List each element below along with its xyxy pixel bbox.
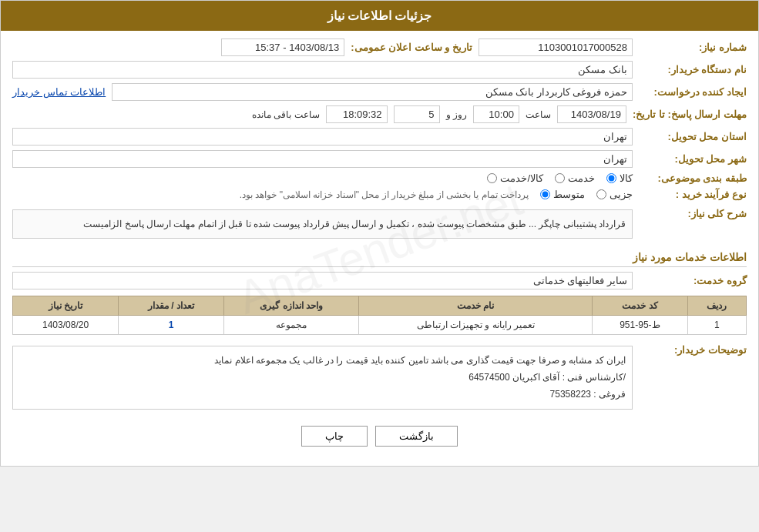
nam-dastgah-row: نام دستگاه خریدار: بانک مسکن [12,61,747,79]
ostan-value: تهران [12,128,633,146]
nam-dastgah-label: نام دستگاه خریدار: [639,64,747,75]
mohlat-row: مهلت ارسال پاسخ: تا تاریخ: 1403/08/19 سا… [12,105,747,123]
ostan-row: استان محل تحویل: تهران [12,128,747,146]
sharh-row: شرح کلی نیاز: قرارداد پشتیبانی چاپگر ...… [12,205,747,243]
back-button[interactable]: بازگشت [375,426,458,447]
cell-tedad: 1 [119,316,224,335]
ijad-konande-label: ایجاد کننده درخواست: [639,86,747,98]
farayand-option-jozi[interactable]: جزیی [596,189,633,200]
mohlat-baqi-label: ساعت باقی مانده [252,109,320,120]
shomara-niaz-value: 1103001017000528 [479,38,633,56]
shomara-niaz-label: شماره نیاز: [639,42,747,53]
cell-tarikh: 1403/08/20 [13,316,119,335]
tabaqe-label: طبقه بندی موضوعی: [639,172,747,184]
tabaqe-radio-group: کالا/خدمت خدمت کالا [487,172,633,184]
table-body: 1 ط-95-951 تعمیر رایانه و تجهیزات ارتباط… [13,316,747,335]
cell-nam-khedmat: تعمیر رایانه و تجهیزات ارتباطی [359,316,593,335]
tamas-link[interactable]: اطلاعات تماس خریدار [12,86,106,98]
tabaqe-row: طبقه بندی موضوعی: کالا/خدمت خدمت کالا [12,172,747,184]
table-row: 1 ط-95-951 تعمیر رایانه و تجهیزات ارتباط… [13,316,747,335]
tarikh-value: 1403/08/13 - 15:37 [221,38,344,56]
mohlat-roz-label: روز و [446,109,467,120]
mohlat-date: 1403/08/19 [557,105,626,123]
ijad-konande-row: ایجاد کننده درخواست: حمزه فروغی کاربردار… [12,83,747,101]
farayand-label: نوع فرآیند خرید : [639,189,747,200]
gorohe-khedmat-value: سایر فعالیتهای خدماتی [12,272,633,289]
services-table: ردیف کد خدمت نام خدمت واحد اندازه گیری ت… [12,296,747,335]
khadamat-section-title: اطلاعات خدمات مورد نیاز [12,251,747,267]
button-row: بازگشت چاپ [12,426,747,447]
shahr-row: شهر محل تحویل: تهران [12,150,747,168]
farayand-options: پرداخت تمام یا بخشی از مبلغ خریدار از مح… [240,189,633,200]
tawzihat-row: توضیحات خریدار: ایران کد مشابه و صرفا جه… [12,341,747,414]
mohlat-saat: 10:00 [473,105,519,123]
col-kod-khedmat: کد خدمت [593,296,687,316]
farayand-row: نوع فرآیند خرید : پرداخت تمام یا بخشی از… [12,189,747,200]
farayand-jozi-label: جزیی [610,189,633,200]
col-tedad: تعداد / مقدار [119,296,224,316]
col-nam-khedmat: نام خدمت [359,296,593,316]
gorohe-khedmat-label: گروه خدمت: [639,275,747,286]
col-tarikh-niaz: تاریخ نیاز [13,296,119,316]
farayand-note: پرداخت تمام یا بخشی از مبلغ خریدار از مح… [240,189,529,200]
col-vahed: واحد اندازه گیری [223,296,358,316]
print-button[interactable]: چاپ [301,426,368,447]
tawzihat-text: ایران کد مشابه و صرفا جهت قیمت گذاری می … [12,346,633,410]
ostan-label: استان محل تحویل: [639,131,747,142]
cell-radif: 1 [687,316,746,335]
cell-vahed: مجموعه [223,316,358,335]
tabaqe-option-kala[interactable]: کالا [606,172,633,184]
farayand-option-motawaset[interactable]: متوسط [540,189,585,200]
tabaqe-option-khedmat-label: خدمت [568,172,595,184]
mohlat-baqi: 18:09:32 [326,105,388,123]
sharh-label: شرح کلی نیاز: [639,205,747,219]
cell-kod-khedmat: ط-95-951 [593,316,687,335]
shahr-value: تهران [12,150,633,168]
sharh-text: قرارداد پشتیبانی چاپگر ... طبق مشخصات پی… [12,209,633,239]
mohlat-saat-label: ساعت [526,109,551,120]
tabaqe-option-kala-khedmat[interactable]: کالا/خدمت [487,172,543,184]
ijad-konande-value: حمزه فروغی کاربردار بانک مسکن [112,83,633,101]
tarikh-label: تاریخ و ساعت اعلان عمومی: [351,42,472,53]
shahr-label: شهر محل تحویل: [639,153,747,165]
tabaqe-option-kala-khedmat-label: کالا/خدمت [500,172,543,184]
page-header: جزئیات اطلاعات نیاز [1,1,758,31]
table-header-row: ردیف کد خدمت نام خدمت واحد اندازه گیری ت… [13,296,747,316]
gorohe-khedmat-row: گروه خدمت: سایر فعالیتهای خدماتی [12,272,747,289]
page-title: جزئیات اطلاعات نیاز [327,9,432,22]
tabaqe-option-khedmat[interactable]: خدمت [555,172,595,184]
farayand-motawaset-label: متوسط [553,189,585,200]
tawzihat-label: توضیحات خریدار: [639,341,747,356]
nam-dastgah-value: بانک مسکن [12,61,633,79]
tabaqe-option-kala-label: کالا [620,172,633,184]
mohlat-label: مهلت ارسال پاسخ: تا تاریخ: [633,109,747,120]
services-table-section: ردیف کد خدمت نام خدمت واحد اندازه گیری ت… [12,296,747,335]
shomara-tarikh-row: شماره نیاز: 1103001017000528 تاریخ و ساع… [12,38,747,56]
col-radif: ردیف [687,296,746,316]
mohlat-roz: 5 [394,105,440,123]
